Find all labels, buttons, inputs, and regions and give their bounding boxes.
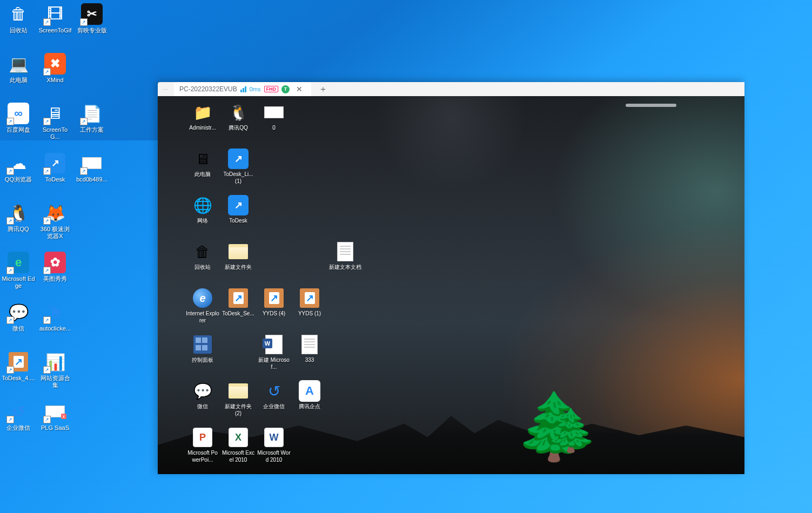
wechat-label: 微信 — [12, 325, 24, 332]
tencent-qq[interactable]: 🐧↗腾讯QQ — [0, 199, 37, 248]
r-qq[interactable]: 🐧腾讯QQ — [220, 99, 256, 146]
r-this-pc[interactable]: 🖥此电脑 — [185, 146, 220, 192]
r-word[interactable]: WMicrosoft Word 2010 — [256, 424, 292, 471]
r-cp-icon — [192, 334, 213, 355]
shortcut-arrow-icon: ↗ — [80, 167, 88, 175]
recycle-bin-label: 回收站 — [10, 27, 28, 34]
r-todesk-lite-icon: ↗ — [227, 148, 249, 170]
remote-desktop-icons: 📁Administr...🐧腾讯QQ0🖥此电脑↗ToDesk_Li... (1)… — [185, 99, 363, 471]
r-yyds1[interactable]: YYDS (1) — [292, 285, 327, 332]
r-todesk-se-label: ToDesk_Se... — [222, 310, 254, 317]
wallpaper-tree: 🌲 — [546, 406, 597, 455]
r-newtxt[interactable]: 新建文本文档 — [327, 239, 363, 285]
r-wechat[interactable]: 💬微信 — [185, 378, 220, 424]
recycle-bin[interactable]: 🗑回收站 — [0, 0, 37, 50]
r-word-icon: W — [263, 427, 285, 448]
xmind[interactable]: ✖↗XMind — [37, 50, 73, 99]
plg-saas[interactable]: x↗PLG SaaS — [37, 397, 73, 447]
todesk-setup[interactable]: ↗ToDesk_4.... — [0, 348, 37, 397]
r-admin-label: Administr... — [189, 124, 216, 131]
r-this-pc-label: 此电脑 — [194, 171, 211, 178]
r-newword-label: 新建 Microsof... — [257, 356, 291, 370]
todesk-local-label: ToDesk — [45, 176, 65, 183]
r-tencent-qd[interactable]: A腾讯企点 — [292, 378, 327, 424]
shortcut-arrow-icon: ↗ — [6, 267, 14, 274]
local-desktop[interactable]: 🗑回收站🎞↗ScreenToGif✂↗剪映专业版💻此电脑✖↗XMind∞↗百度网… — [0, 0, 812, 513]
ent-wechat-icon: ↺↗ — [6, 400, 30, 423]
r-newfolder2-icon — [227, 380, 249, 402]
latency-label: 0ms — [250, 86, 261, 92]
r-excel[interactable]: XMicrosoft Excel 2010 — [220, 424, 256, 471]
jianying[interactable]: ✂↗剪映专业版 — [73, 0, 110, 50]
r-newword[interactable]: 新建 Microsof... — [256, 332, 292, 378]
baidu-netdisk[interactable]: ∞↗百度网盘 — [0, 99, 37, 149]
r-yyds1-label: YYDS (1) — [298, 310, 321, 317]
r-todesk-se[interactable]: ToDesk_Se... — [220, 285, 256, 332]
qq-browser-label: QQ浏览器 — [5, 176, 32, 183]
shortcut-arrow-icon: ↗ — [43, 118, 51, 125]
r-network[interactable]: 🌐网络 — [185, 192, 220, 239]
close-tab-button[interactable]: ✕ — [293, 85, 306, 93]
screentogif2[interactable]: 🖥↗ScreenToG... — [37, 99, 73, 149]
r-ppt-label: Microsoft PowerPoi... — [186, 449, 219, 463]
qq-browser[interactable]: ☁↗QQ浏览器 — [0, 149, 37, 199]
r-admin[interactable]: 📁Administr... — [185, 99, 220, 146]
shortcut-arrow-icon: ↗ — [6, 217, 14, 225]
r-ent-wechat[interactable]: ↺企业微信 — [256, 378, 292, 424]
r-yyds1-icon — [299, 287, 320, 309]
ent-wechat[interactable]: ↺↗企业微信 — [0, 397, 37, 447]
baidu-netdisk-icon: ∞↗ — [6, 102, 30, 125]
remote-desktop[interactable]: 🌲 🌲 📁Administr...🐧腾讯QQ0🖥此电脑↗ToDesk_Li...… — [158, 96, 744, 474]
r-newfolder2[interactable]: 新建文件夹(2) — [220, 378, 256, 424]
xmind-icon: ✖↗ — [43, 52, 67, 76]
shortcut-arrow-icon: ↗ — [43, 68, 51, 76]
this-pc[interactable]: 💻此电脑 — [0, 50, 37, 99]
360-browser[interactable]: 🦊↗360 极速浏览器X — [37, 199, 73, 248]
meitu-label: 美图秀秀 — [43, 275, 67, 282]
screentogif2-icon: 🖥↗ — [43, 102, 67, 125]
screentogif1-label: ScreenToGif — [39, 27, 72, 34]
r-todesk-se-icon — [227, 287, 249, 309]
r-recycle-label: 回收站 — [194, 264, 211, 271]
360-browser-icon: 🦊↗ — [43, 201, 67, 225]
r-333[interactable]: 333 — [292, 332, 327, 378]
r-cp-label: 控制面板 — [192, 356, 213, 363]
wechat[interactable]: 💬↗微信 — [0, 298, 37, 348]
r-todesk-icon: ↗ — [227, 194, 249, 216]
remote-tab[interactable]: PC-20220322EVUB 0ms FHD T ✕ — [174, 82, 311, 96]
r-recycle[interactable]: 🗑回收站 — [185, 239, 220, 285]
edge-icon: e↗ — [6, 251, 30, 274]
remote-session-window: ⋯ PC-20220322EVUB 0ms FHD T ✕ ＋ 🌲 🌲 📁Adm… — [158, 82, 744, 474]
r-zero[interactable]: 0 — [256, 99, 292, 146]
jianying-label: 剪映专业版 — [77, 27, 107, 34]
r-ppt[interactable]: PMicrosoft PowerPoi... — [185, 424, 220, 471]
screentogif1[interactable]: 🎞↗ScreenToGif — [37, 0, 73, 50]
shortcut-arrow-icon: ↗ — [80, 118, 88, 125]
status-badge: T — [281, 85, 290, 93]
floating-toolbar-handle[interactable] — [626, 104, 676, 107]
r-cp[interactable]: 控制面板 — [185, 332, 220, 378]
r-tencent-qd-label: 腾讯企点 — [299, 403, 320, 410]
r-newfolder[interactable]: 新建文件夹 — [220, 239, 256, 285]
shortcut-arrow-icon: ↗ — [6, 366, 14, 374]
r-newfolder-icon — [227, 241, 249, 262]
new-tab-button[interactable]: ＋ — [311, 84, 335, 95]
edge[interactable]: e↗Microsoft Edge — [0, 248, 37, 298]
r-newtxt-icon — [334, 241, 356, 262]
r-ie[interactable]: Internet Explorer — [185, 285, 220, 332]
web-res-label: 网站资源合集 — [38, 375, 72, 389]
shortcut-arrow-icon: ↗ — [43, 18, 51, 26]
edge-label: Microsoft Edge — [1, 275, 36, 289]
web-res[interactable]: 📊↗网站资源合集 — [37, 348, 73, 397]
work-plan[interactable]: 📄↗工作方案 — [73, 99, 110, 149]
shortcut-arrow-icon: ↗ — [43, 267, 51, 274]
r-todesk[interactable]: ↗ToDesk — [220, 192, 256, 239]
r-excel-label: Microsoft Excel 2010 — [222, 449, 255, 463]
r-todesk-lite[interactable]: ↗ToDesk_Li... (1) — [220, 146, 256, 192]
autoclicker[interactable]: 🖱↗autoclicke... — [37, 298, 73, 348]
meitu[interactable]: ✿↗美图秀秀 — [37, 248, 73, 298]
bcd0b[interactable]: ↗bcd0b489... — [73, 149, 110, 199]
r-todesk-label: ToDesk — [229, 217, 247, 224]
todesk-local[interactable]: ↗↗ToDesk — [37, 149, 73, 199]
r-yyds4[interactable]: YYDS (4) — [256, 285, 292, 332]
